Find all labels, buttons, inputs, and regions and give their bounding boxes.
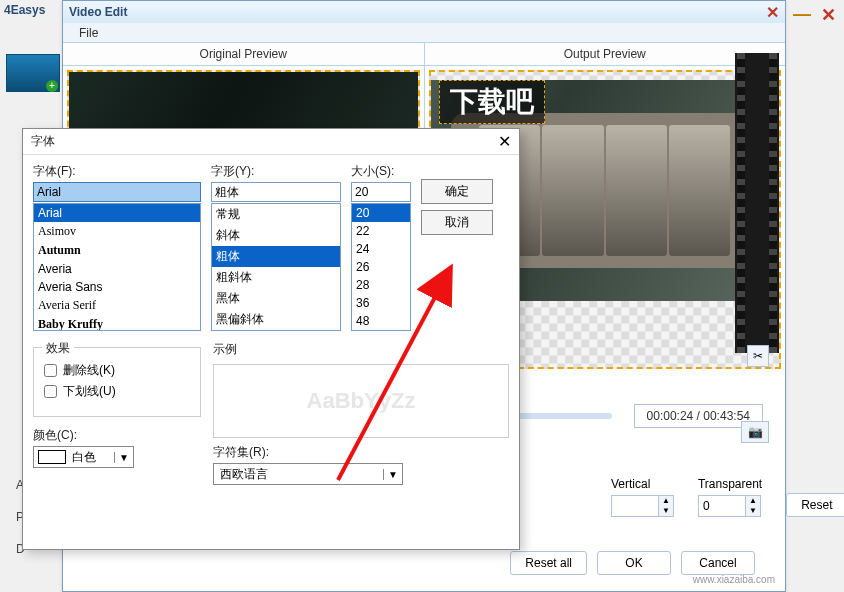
style-option[interactable]: 黑体: [212, 288, 340, 309]
style-option[interactable]: 粗斜体: [212, 267, 340, 288]
underline-checkbox-row[interactable]: 下划线(U): [44, 383, 190, 400]
output-preview-header: Output Preview: [425, 43, 786, 66]
vertical-input[interactable]: [612, 496, 658, 516]
reset-all-button[interactable]: Reset all: [510, 551, 587, 575]
app-title-prefix: 4Easys: [4, 3, 45, 17]
snapshot-button[interactable]: 📷: [741, 421, 769, 443]
font-option[interactable]: Autumn: [34, 241, 200, 260]
size-option[interactable]: 24: [352, 240, 410, 258]
menu-bar: File: [63, 23, 785, 43]
watermark-overlay[interactable]: 下载吧: [439, 80, 545, 124]
font-input[interactable]: [33, 182, 201, 202]
font-option[interactable]: Arial: [34, 204, 200, 222]
thumbnail-add[interactable]: [6, 54, 60, 92]
transparent-input[interactable]: [699, 496, 745, 516]
dialog-button-row: Reset all OK Cancel: [510, 551, 755, 575]
font-option[interactable]: Averia Serif: [34, 296, 200, 315]
video-edit-titlebar: Video Edit ✕: [63, 1, 785, 23]
chevron-down-icon: ▼: [114, 452, 133, 463]
font-option[interactable]: Averia Sans: [34, 278, 200, 296]
font-ok-button[interactable]: 确定: [421, 179, 493, 204]
size-label: 大小(S):: [351, 163, 411, 180]
style-option[interactable]: 黑偏斜体: [212, 309, 340, 330]
size-input[interactable]: [351, 182, 411, 202]
color-label: 颜色(C):: [33, 427, 201, 444]
font-dialog-titlebar: 字体 ✕: [23, 129, 519, 155]
strike-label: 删除线(K): [63, 362, 115, 379]
vertical-spinner[interactable]: ▲▼: [611, 495, 674, 517]
close-icon[interactable]: ✕: [821, 4, 836, 26]
font-listbox[interactable]: Arial Asimov Autumn Averia Averia Sans A…: [33, 203, 201, 331]
size-listbox[interactable]: 20 22 24 26 28 36 48: [351, 203, 411, 331]
effects-legend: 效果: [42, 340, 74, 357]
site-watermark: www.xiazaiba.com: [693, 574, 775, 585]
size-option[interactable]: 28: [352, 276, 410, 294]
underline-checkbox[interactable]: [44, 385, 57, 398]
color-combo[interactable]: 白色 ▼: [33, 446, 134, 468]
style-option[interactable]: 常规: [212, 204, 340, 225]
cancel-button[interactable]: Cancel: [681, 551, 755, 575]
close-icon[interactable]: ✕: [766, 3, 779, 22]
color-name: 白色: [70, 449, 114, 466]
video-edit-title: Video Edit: [69, 5, 127, 19]
font-dialog-title: 字体: [31, 133, 55, 150]
charset-value: 西欧语言: [214, 466, 274, 483]
filmstrip-decor: [735, 53, 779, 353]
style-option[interactable]: 粗体: [212, 246, 340, 267]
original-preview-header: Original Preview: [63, 43, 424, 66]
size-option[interactable]: 20: [352, 204, 410, 222]
style-option[interactable]: 斜体: [212, 225, 340, 246]
font-option[interactable]: Baby Kruffy: [34, 315, 200, 331]
chevron-down-icon: ▼: [383, 469, 402, 480]
underline-label: 下划线(U): [63, 383, 116, 400]
transparent-label: Transparent: [698, 477, 762, 491]
font-cancel-button[interactable]: 取消: [421, 210, 493, 235]
scissors-icon: ✂: [753, 349, 763, 363]
reset-button[interactable]: Reset: [786, 493, 844, 517]
ok-button[interactable]: OK: [597, 551, 671, 575]
style-input[interactable]: [211, 182, 341, 202]
size-option[interactable]: 26: [352, 258, 410, 276]
font-option[interactable]: Averia: [34, 260, 200, 278]
style-label: 字形(Y):: [211, 163, 341, 180]
sample-label: 示例: [213, 341, 509, 358]
font-option[interactable]: Asimov: [34, 222, 200, 241]
style-listbox[interactable]: 常规 斜体 粗体 粗斜体 黑体 黑偏斜体: [211, 203, 341, 331]
size-option[interactable]: 36: [352, 294, 410, 312]
transparent-spinner[interactable]: ▲▼: [698, 495, 761, 517]
color-swatch: [38, 450, 66, 464]
font-dialog: 字体 ✕ 字体(F): Arial Asimov Autumn Averia A…: [22, 128, 520, 550]
charset-label: 字符集(R):: [213, 444, 509, 461]
effects-group: 效果 删除线(K) 下划线(U): [33, 347, 201, 417]
vertical-label: Vertical: [611, 477, 674, 491]
size-option[interactable]: 48: [352, 312, 410, 330]
strike-checkbox-row[interactable]: 删除线(K): [44, 362, 190, 379]
strike-checkbox[interactable]: [44, 364, 57, 377]
size-option[interactable]: 22: [352, 222, 410, 240]
close-icon[interactable]: ✕: [498, 132, 511, 151]
sample-box: AaBbYyZz: [213, 364, 509, 438]
camera-icon: 📷: [748, 425, 763, 439]
font-label: 字体(F):: [33, 163, 201, 180]
sample-text: AaBbYyZz: [307, 388, 416, 414]
menu-file[interactable]: File: [69, 26, 108, 40]
charset-combo[interactable]: 西欧语言 ▼: [213, 463, 403, 485]
minimize-icon[interactable]: —: [793, 4, 811, 26]
cut-button[interactable]: ✂: [747, 345, 769, 367]
